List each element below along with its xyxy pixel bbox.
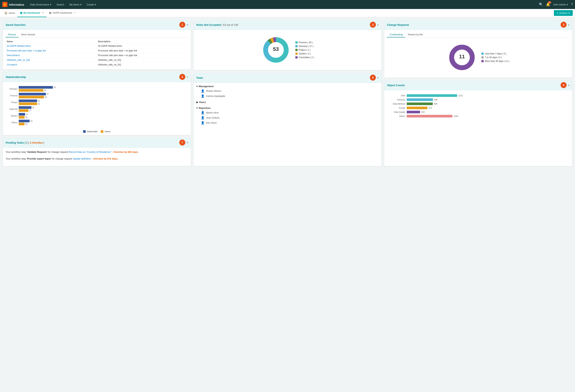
stakeholder-fill (19, 86, 53, 89)
search-name[interactable]: Attributes_with_no_DQ (6, 58, 97, 63)
help-icon: ? (571, 3, 573, 6)
team-member-katrina: 👤 Katrina Applegate (196, 93, 379, 99)
actions-button[interactable]: ≡ Actions ▾ (554, 10, 573, 16)
bar-label: Project (6, 101, 18, 103)
nav-create[interactable]: Create ▾ (84, 2, 98, 7)
legend-7to30: 7 to 30 days ( 0 ) (481, 56, 509, 59)
legend-stakeholder: Stakeholder (83, 130, 98, 133)
stakeholder-bar: 19 (19, 120, 187, 122)
team-title: Team (196, 76, 203, 79)
object-counts-collapse[interactable]: ▾ (568, 84, 569, 87)
stakeholdership-header: Stakeholdership 4 ▾ (3, 72, 191, 82)
user-menu[interactable]: John Admin ▾ (553, 3, 568, 6)
search-name[interactable]: JA seaech (6, 63, 97, 67)
owner-val: 10 (25, 123, 27, 125)
team-reportees-header[interactable]: ▾ Reportees (196, 106, 379, 110)
legend-committee: Committee ( 2 ) (295, 56, 314, 59)
notification-btn[interactable]: 🔔 68 (546, 2, 550, 6)
saved-searches-collapse[interactable]: ▾ (187, 23, 188, 26)
legend-owner-dot (101, 130, 103, 133)
stakeholder-val: 59 (53, 87, 56, 88)
roles-center-value: 53 (273, 46, 279, 52)
saved-searches-tabs: Recent Most Viewed (6, 32, 188, 38)
legend-stakeholder-dot (83, 130, 86, 133)
help-btn[interactable]: ? (571, 3, 573, 6)
owner-val: 10 (25, 116, 27, 118)
stakeholder-val: 32 (38, 100, 40, 102)
team-card: Team 5 ▾ ▾ Management 👤 Robert Wilson (194, 73, 382, 166)
tab-my-dashboard-label: My Dashboard (24, 11, 40, 14)
legend-project: Project ( 2 ) (295, 49, 314, 51)
team-header: Team 5 ▾ (194, 73, 382, 83)
roles-title: Roles Not Accepted | 53 out of 190 (196, 23, 238, 26)
tab-gdpr-close[interactable]: ✕ (74, 11, 76, 14)
search-icon-btn[interactable]: 🔍 (539, 2, 543, 6)
obj-bar-row: Glossary 600 (388, 98, 568, 101)
tab-bar: 🏠 Home ▦ My Dashboard ✕ ▦ GDPR Dashboard… (0, 9, 575, 17)
team-management-header[interactable]: ▾ Management (196, 84, 379, 88)
search-description: All GDPR Related Items (97, 44, 188, 48)
stakeholder-bar: 22 (19, 106, 187, 109)
obj-bar-fill (407, 94, 457, 97)
bar-group: 11 10 (19, 113, 187, 119)
team-collapse[interactable]: ▾ (377, 76, 379, 79)
owner-bar: 43 (19, 89, 187, 92)
tab-raised-by-me[interactable]: Raised by Me (405, 32, 425, 37)
obj-label: People (388, 107, 405, 109)
task2-link[interactable]: Update definition (73, 157, 91, 160)
search-name[interactable]: DemoSearch (6, 53, 97, 58)
stakeholdership-collapse[interactable]: ▾ (187, 76, 188, 79)
search-name[interactable]: Processes with pers data + no gdpr link (6, 48, 97, 53)
change-requests-donut: 11 (447, 43, 477, 72)
change-requests-collapse[interactable]: ▾ (568, 23, 569, 26)
pending-tasks-header: Pending Tasks | 2 ( 2 Overdue ) 7 ▾ (3, 138, 191, 148)
task1-link[interactable]: Record Alias as "Country of Residence" (69, 151, 111, 153)
tab-home[interactable]: 🏠 Home (2, 12, 17, 14)
legend-glossary: Glossary ( 17 ) (295, 45, 314, 47)
search-row: All GDPR Related Items All GDPR Related … (6, 44, 188, 48)
column-3: Change Requests 3 ▾ Contributing Raised … (384, 20, 572, 166)
obj-bar-wrap: 596 (407, 103, 568, 105)
pending-tasks-collapse[interactable]: ▾ (187, 141, 188, 144)
bar-group: 59 43 (19, 86, 187, 92)
tab-my-dashboard-icon: ▦ (20, 11, 22, 14)
owner-fill (19, 116, 24, 119)
tab-most-viewed[interactable]: Most Viewed (19, 32, 38, 37)
legend-process: Process ( 30 ) (295, 41, 314, 44)
stakeholder-bar: 11 (19, 113, 187, 116)
team-peers-header[interactable]: ▶ Peers (196, 100, 379, 104)
tab-contributing[interactable]: Contributing (387, 32, 405, 37)
owner-val: 17 (29, 109, 31, 112)
tab-my-dashboard[interactable]: ▦ My Dashboard ✕ (17, 9, 47, 17)
nav-search[interactable]: Search (54, 2, 67, 7)
nav-my-items[interactable]: My Items ▾ (67, 2, 84, 7)
obj-bar-fill (407, 111, 420, 113)
obj-label: Role (388, 94, 405, 97)
roles-collapse[interactable]: ▾ (377, 23, 379, 26)
tab-my-dashboard-close[interactable]: ✕ (42, 11, 44, 14)
task-item-2: Your workflow step 'Provide expert Input… (6, 157, 188, 161)
stakeholder-val: 47 (47, 93, 49, 95)
object-counts-chart: Role 1151 Glossary 600 Data Attribute 59… (387, 92, 569, 121)
search-description: Attributes_with_no_DQ (97, 58, 188, 63)
obj-bar-wrap: 1151 (407, 94, 568, 97)
stakeholder-fill (19, 120, 30, 122)
stakeholder-fill (19, 93, 46, 95)
obj-bar-fill (407, 98, 433, 101)
obj-val: 1151 (458, 94, 463, 97)
obj-bar-wrap: 303 (407, 111, 568, 113)
change-requests-donut-section: 11 Less than 7 days ( 0 ) 7 to 30 days (… (387, 40, 569, 75)
bar-group: 47 44 (19, 93, 187, 98)
actions-arrow: ▾ (569, 12, 570, 14)
logo[interactable]: 🔶 Informatica (2, 2, 24, 7)
peers-label: Peers (199, 101, 206, 104)
owner-fill (19, 96, 44, 98)
column-1: Saved Searches 1 ▾ Recent Most Viewed Na… (3, 20, 191, 166)
change-requests-body: Contributing Raised by Me 11 Less than 7… (384, 30, 572, 78)
stakeholdership-chart: Glossary 59 43 Process 47 44 Project (6, 84, 188, 128)
search-name[interactable]: All GDPR Related Items (6, 44, 97, 48)
tab-recent[interactable]: Recent (6, 32, 19, 37)
team-body: ▾ Management 👤 Robert Wilson 👤 Katrina A… (194, 83, 382, 128)
nav-data-governance[interactable]: Data Governance ▾ (28, 2, 53, 7)
tab-gdpr-dashboard[interactable]: ▦ GDPR Dashboard ✕ (47, 9, 78, 17)
